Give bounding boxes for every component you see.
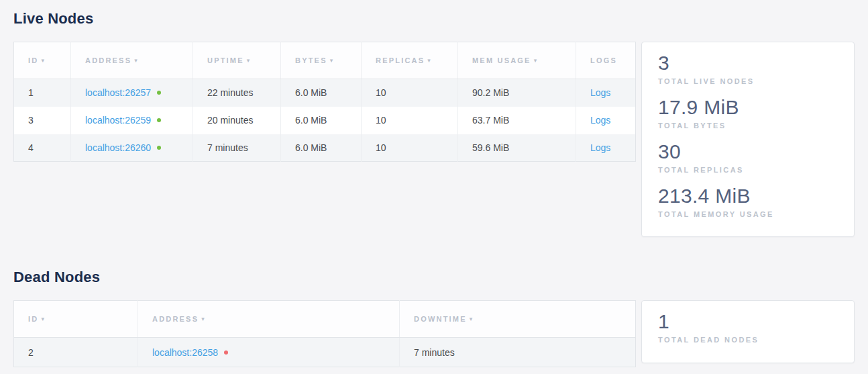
sort-arrow-icon: ▾	[41, 57, 46, 64]
node-replicas-cell: 10	[362, 107, 458, 134]
live-nodes-table: ID▾ ADDRESS▾ UPTIME▾ BYTES▾ REPLICAS▾ ME…	[13, 42, 636, 162]
sort-arrow-icon: ▾	[427, 57, 432, 64]
node-downtime-cell: 7 minutes	[400, 338, 636, 367]
sort-arrow-icon: ▾	[330, 57, 335, 64]
node-uptime-cell: 22 minutes	[193, 79, 281, 107]
stat-total-bytes: 17.9 MiB TOTAL BYTES	[658, 95, 838, 130]
column-header-replicas[interactable]: REPLICAS▾	[362, 42, 458, 79]
logs-link[interactable]: Logs	[590, 142, 610, 153]
sort-arrow-icon: ▾	[247, 57, 252, 64]
node-bytes-cell: 6.0 MiB	[281, 107, 362, 134]
column-header-label: ID	[28, 56, 38, 64]
table-row: 4 localhost:26260 7 minutes 6.0 MiB 10 5…	[14, 134, 636, 162]
table-row: 2 localhost:26258 7 minutes	[14, 338, 636, 367]
column-header-label: MEM USAGE	[472, 56, 531, 64]
node-id-cell: 2	[14, 338, 138, 367]
column-header-label: ADDRESS	[85, 56, 131, 64]
column-header-downtime[interactable]: DOWNTIME▾	[400, 301, 636, 338]
node-replicas-cell: 10	[362, 79, 458, 107]
logs-link[interactable]: Logs	[590, 87, 610, 98]
node-address-cell: localhost:26258	[138, 338, 400, 367]
stat-label: TOTAL BYTES	[658, 122, 838, 130]
stat-value: 30	[658, 140, 838, 164]
node-address-link[interactable]: localhost:26257	[85, 87, 151, 98]
live-nodes-summary-card: 3 TOTAL LIVE NODES 17.9 MiB TOTAL BYTES …	[641, 42, 855, 237]
dead-status-icon	[224, 350, 228, 355]
node-mem-usage-cell: 59.6 MiB	[458, 134, 576, 162]
column-header-label: ID	[28, 315, 38, 323]
node-address-cell: localhost:26257	[71, 79, 193, 107]
column-header-label: ADDRESS	[152, 315, 199, 323]
node-address-cell: localhost:26259	[71, 107, 193, 134]
table-row: 3 localhost:26259 20 minutes 6.0 MiB 10 …	[14, 107, 636, 134]
node-id-cell: 3	[14, 107, 71, 134]
dead-nodes-section: Dead Nodes ID▾ ADDRESS▾ DOWNTIME▾ 2 loc	[13, 268, 855, 367]
node-mem-usage-cell: 90.2 MiB	[458, 79, 576, 107]
node-address-link[interactable]: localhost:26260	[85, 142, 151, 153]
stat-label: TOTAL MEMORY USAGE	[658, 210, 838, 218]
dead-nodes-title: Dead Nodes	[13, 268, 855, 287]
node-logs-cell: Logs	[576, 107, 636, 134]
node-address-link[interactable]: localhost:26258	[152, 347, 218, 358]
sort-arrow-icon: ▾	[534, 57, 539, 64]
dead-nodes-header-row: ID▾ ADDRESS▾ DOWNTIME▾	[14, 301, 636, 338]
stat-total-dead-nodes: 1 TOTAL DEAD NODES	[658, 310, 838, 344]
stat-value: 1	[658, 310, 838, 334]
sort-arrow-icon: ▾	[470, 316, 474, 322]
column-header-uptime[interactable]: UPTIME▾	[193, 42, 281, 79]
node-logs-cell: Logs	[576, 134, 636, 162]
nodes-overview-page: Live Nodes ID▾ ADDRESS▾ UPTIME▾ BYTES▾ R…	[0, 0, 868, 367]
node-address-cell: localhost:26260	[71, 134, 193, 162]
stat-label: TOTAL DEAD NODES	[658, 336, 838, 344]
node-id-cell: 1	[14, 79, 71, 107]
column-header-label: LOGS	[590, 56, 617, 64]
node-id-cell: 4	[14, 134, 71, 162]
stat-value: 213.4 MiB	[658, 184, 838, 208]
node-bytes-cell: 6.0 MiB	[281, 134, 362, 162]
column-header-logs: LOGS	[576, 42, 636, 79]
sort-arrow-icon: ▾	[201, 316, 206, 322]
live-nodes-title: Live Nodes	[13, 9, 855, 28]
node-uptime-cell: 7 minutes	[193, 134, 281, 162]
column-header-label: UPTIME	[207, 56, 244, 64]
dead-nodes-summary-card: 1 TOTAL DEAD NODES	[641, 300, 855, 363]
column-header-address[interactable]: ADDRESS▾	[71, 42, 193, 79]
node-mem-usage-cell: 63.7 MiB	[458, 107, 576, 134]
stat-label: TOTAL REPLICAS	[658, 166, 838, 174]
logs-link[interactable]: Logs	[590, 115, 610, 126]
live-status-icon	[157, 118, 161, 122]
column-header-label: DOWNTIME	[414, 315, 467, 323]
stat-total-memory-usage: 213.4 MiB TOTAL MEMORY USAGE	[658, 184, 838, 218]
stat-value: 17.9 MiB	[658, 95, 838, 120]
column-header-mem-usage[interactable]: MEM USAGE▾	[458, 42, 576, 79]
sort-arrow-icon: ▾	[134, 57, 139, 64]
node-address-link[interactable]: localhost:26259	[85, 115, 151, 126]
column-header-label: REPLICAS	[376, 56, 425, 64]
stat-value: 3	[658, 51, 838, 75]
live-status-icon	[157, 91, 161, 95]
column-header-id[interactable]: ID▾	[14, 42, 71, 79]
dead-nodes-table: ID▾ ADDRESS▾ DOWNTIME▾ 2 localhost:26258…	[13, 300, 636, 367]
node-uptime-cell: 20 minutes	[193, 107, 281, 134]
live-nodes-header-row: ID▾ ADDRESS▾ UPTIME▾ BYTES▾ REPLICAS▾ ME…	[14, 42, 636, 79]
live-status-icon	[157, 146, 161, 150]
stat-total-live-nodes: 3 TOTAL LIVE NODES	[658, 51, 838, 85]
column-header-id[interactable]: ID▾	[14, 301, 138, 338]
stat-total-replicas: 30 TOTAL REPLICAS	[658, 140, 838, 174]
live-nodes-section: Live Nodes ID▾ ADDRESS▾ UPTIME▾ BYTES▾ R…	[13, 9, 855, 237]
sort-arrow-icon: ▾	[41, 316, 46, 322]
table-row: 1 localhost:26257 22 minutes 6.0 MiB 10 …	[14, 79, 636, 107]
node-replicas-cell: 10	[362, 134, 458, 162]
column-header-address[interactable]: ADDRESS▾	[138, 301, 400, 338]
node-logs-cell: Logs	[576, 79, 636, 107]
node-bytes-cell: 6.0 MiB	[281, 79, 362, 107]
column-header-bytes[interactable]: BYTES▾	[281, 42, 362, 79]
column-header-label: BYTES	[295, 56, 327, 64]
stat-label: TOTAL LIVE NODES	[658, 77, 838, 85]
